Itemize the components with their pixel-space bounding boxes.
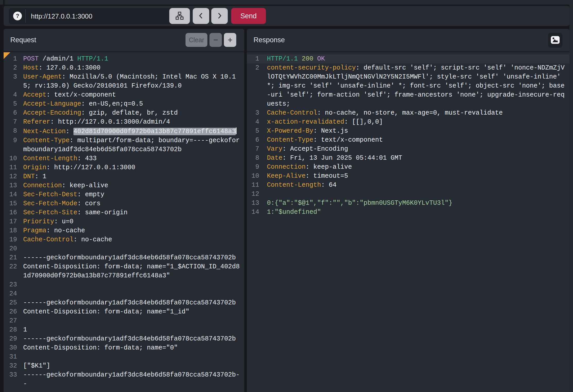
forward-button[interactable] bbox=[211, 8, 228, 24]
code-line[interactable]: 7Vary: Accept-Encoding bbox=[247, 144, 569, 154]
line-number: 13 bbox=[4, 181, 17, 190]
code-line[interactable]: 32["$K1"] bbox=[4, 361, 244, 370]
code-line[interactable]: 5Accept-Language: en-US,en;q=0.5 bbox=[4, 99, 244, 108]
code-line[interactable]: 8Next-Action: 402d81d70900d0f972b0a13b87… bbox=[4, 126, 244, 136]
code-line[interactable]: 16Sec-Fetch-Site: same-origin bbox=[4, 208, 244, 217]
token: ------geckoformboundary1adf3dc84eb6d58fa… bbox=[23, 335, 236, 343]
line-content: Host: 127.0.0.1:3000 bbox=[23, 63, 240, 72]
code-line[interactable]: 141:"$undefined" bbox=[247, 208, 569, 217]
code-line[interactable]: 3Cache-Control: no-cache, no-store, max-… bbox=[247, 108, 569, 117]
code-line[interactable]: 21------geckoformboundary1adf3dc84eb6d58… bbox=[4, 253, 244, 262]
line-content: x-action-revalidated: [[],0,0] bbox=[267, 117, 565, 126]
code-line[interactable]: 33------geckoformboundary1adf3dc84eb6d58… bbox=[4, 370, 244, 388]
code-line[interactable]: 281 bbox=[4, 325, 244, 334]
code-line[interactable]: 25------geckoformboundary1adf3dc84eb6d58… bbox=[4, 298, 244, 307]
code-line[interactable]: 1HTTP/1.1 200 OK bbox=[247, 54, 569, 63]
line-number: 29 bbox=[4, 334, 17, 343]
token: : http://127.0.0.1:3000/admin/4 bbox=[50, 118, 170, 126]
code-line[interactable]: 10Content-Length: 433 bbox=[4, 154, 244, 163]
line-content: Content-Disposition: form-data; name="1_… bbox=[23, 307, 240, 316]
code-line[interactable]: 11Content-Length: 64 bbox=[247, 181, 569, 190]
line-content: Content-Type: multipart/form-data; bound… bbox=[23, 136, 240, 154]
line-number: 25 bbox=[4, 298, 17, 307]
line-content: Sec-Fetch-Mode: cors bbox=[23, 199, 240, 208]
code-line[interactable]: 18Pragma: no-cache bbox=[4, 226, 244, 235]
code-line[interactable]: 29------geckoformboundary1adf3dc84eb6d58… bbox=[4, 334, 244, 343]
line-number: 2 bbox=[4, 63, 17, 72]
render-image-button[interactable] bbox=[548, 33, 562, 48]
code-line[interactable]: 11Origin: http://127.0.0.1:3000 bbox=[4, 163, 244, 172]
code-line[interactable]: 12 bbox=[247, 190, 569, 199]
code-line[interactable]: 26Content-Disposition: form-data; name="… bbox=[4, 307, 244, 316]
token: Content-Type bbox=[23, 137, 70, 144]
line-content: ------geckoformboundary1adf3dc84eb6d58fa… bbox=[23, 370, 240, 388]
code-line[interactable]: 20 bbox=[4, 244, 244, 253]
request-editor[interactable]: 1POST /admin/1 HTTP/1.12Host: 127.0.0.1:… bbox=[4, 52, 244, 392]
line-number: 3 bbox=[4, 72, 17, 90]
code-line[interactable]: 2Host: 127.0.0.1:3000 bbox=[4, 63, 244, 72]
line-content: X-Powered-By: Next.js bbox=[267, 126, 565, 135]
help-icon[interactable]: ? bbox=[13, 12, 22, 20]
code-line[interactable]: 27 bbox=[4, 316, 244, 325]
code-line[interactable]: 9Content-Type: multipart/form-data; boun… bbox=[4, 136, 244, 154]
code-line[interactable]: 12DNT: 1 bbox=[4, 172, 244, 181]
token: : [[],0,0] bbox=[344, 118, 383, 126]
send-button[interactable]: Send bbox=[231, 8, 266, 24]
token: : 127.0.0.1:3000 bbox=[39, 64, 100, 72]
line-number: 13 bbox=[247, 199, 259, 208]
token: 200 bbox=[302, 55, 313, 63]
token: 1:"$undefined" bbox=[267, 208, 321, 216]
code-line[interactable]: 22Content-Disposition: form-data; name="… bbox=[4, 262, 244, 280]
code-line[interactable]: 13Connection: keep-alive bbox=[4, 181, 244, 190]
text-cursor bbox=[236, 127, 237, 134]
code-line[interactable]: 4Accept: text/x-component bbox=[4, 90, 244, 99]
token: Content-Disposition: form-data; name="1_… bbox=[23, 263, 240, 279]
line-number: 9 bbox=[247, 163, 259, 172]
code-line[interactable]: 15Sec-Fetch-Mode: cors bbox=[4, 199, 244, 208]
request-title: Request bbox=[10, 36, 36, 44]
token: : u=0 bbox=[54, 218, 73, 225]
code-line[interactable]: 1POST /admin/1 HTTP/1.1 bbox=[4, 54, 244, 63]
decrease-font-button[interactable]: − bbox=[209, 33, 222, 47]
code-line[interactable]: 17Priority: u=0 bbox=[4, 217, 244, 226]
code-line[interactable]: 19Cache-Control: no-cache bbox=[4, 235, 244, 244]
token: X-Powered-By bbox=[267, 127, 313, 135]
code-line[interactable]: 6Content-Type: text/x-component bbox=[247, 135, 569, 144]
code-line[interactable]: 3User-Agent: Mozilla/5.0 (Macintosh; Int… bbox=[4, 72, 244, 90]
token: : cors bbox=[77, 200, 100, 207]
line-number: 11 bbox=[247, 181, 259, 190]
code-line[interactable]: 6Accept-Encoding: gzip, deflate, br, zst… bbox=[4, 108, 244, 117]
code-line[interactable]: 10Keep-Alive: timeout=5 bbox=[247, 172, 569, 181]
line-content: Cache-Control: no-cache, no-store, max-a… bbox=[267, 108, 565, 117]
token: Sec-Fetch-Site bbox=[23, 209, 77, 216]
code-line[interactable]: 24 bbox=[4, 289, 244, 298]
code-line[interactable]: 14Sec-Fetch-Dest: empty bbox=[4, 190, 244, 199]
sitemap-button[interactable] bbox=[169, 8, 190, 24]
token: Vary bbox=[267, 145, 282, 153]
code-line[interactable]: 30Content-Disposition: form-data; name="… bbox=[4, 343, 244, 352]
code-line[interactable]: 4x-action-revalidated: [[],0,0] bbox=[247, 117, 569, 126]
code-line[interactable]: 9Connection: keep-alive bbox=[247, 163, 569, 172]
line-number: 12 bbox=[4, 172, 17, 181]
request-panel-header: Request Clear − + bbox=[4, 29, 244, 52]
token: Content-Disposition: form-data; name="0" bbox=[23, 344, 178, 352]
token: ["$K1"] bbox=[23, 362, 50, 370]
code-line[interactable]: 31 bbox=[4, 352, 244, 361]
code-line[interactable]: 2content-security-policy: default-src 's… bbox=[247, 63, 569, 108]
code-line[interactable]: 130:{"a":"$@1","f":"","b":"pbmn0USGTyM6K… bbox=[247, 199, 569, 208]
code-line[interactable]: 5X-Powered-By: Next.js bbox=[247, 126, 569, 135]
line-content: Accept-Encoding: gzip, deflate, br, zstd bbox=[23, 108, 240, 117]
back-button[interactable] bbox=[193, 8, 209, 24]
token: x-action-revalidated bbox=[267, 118, 344, 126]
code-line[interactable]: 23 bbox=[4, 280, 244, 289]
clear-button[interactable]: Clear bbox=[186, 33, 207, 47]
code-line[interactable]: 8Date: Fri, 13 Jun 2025 05:44:01 GMT bbox=[247, 154, 569, 163]
token: Referer bbox=[23, 118, 50, 126]
line-content bbox=[267, 190, 565, 199]
line-number: 11 bbox=[4, 163, 17, 172]
increase-font-button[interactable]: + bbox=[224, 33, 236, 47]
response-editor[interactable]: 1HTTP/1.1 200 OK2content-security-policy… bbox=[247, 52, 569, 392]
code-line[interactable]: 7Referer: http://127.0.0.1:3000/admin/4 bbox=[4, 117, 244, 126]
url-toolbar: ? bbox=[4, 6, 569, 26]
url-input[interactable] bbox=[30, 8, 155, 24]
